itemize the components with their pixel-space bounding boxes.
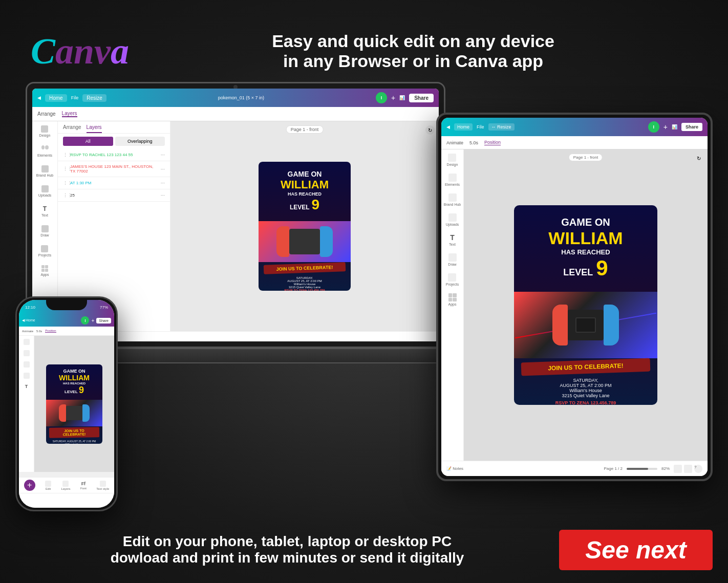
tablet-share-btn[interactable]: Share [681,123,702,131]
phone-layers-btn[interactable]: Layers [61,481,70,490]
sidebar-item-text[interactable]: T Text [41,205,48,217]
all-toggle[interactable]: All [63,137,113,146]
back-btn[interactable]: ◀ [37,95,41,100]
resize-btn[interactable]: Resize [82,94,106,102]
tablet-zoom-level: 82% [661,466,670,471]
phone-design-icon[interactable] [24,339,30,345]
phone-duration: 5.0s [36,330,42,333]
phone-share[interactable]: Share [96,318,111,323]
bottom-section: Edit on your phone, tablet, laptop or de… [0,516,728,583]
tablet-draw-item[interactable]: Draw [448,253,456,266]
overlapping-toggle[interactable]: Overlapping [115,137,165,146]
tablet-sub-toolbar: Animate 5.0s Position [441,136,708,149]
sidebar-item-elements[interactable]: Elements [37,145,52,157]
tablet-zoom-area: Page 1 / 2 82% ? [604,465,703,473]
tablet-editor: ◀ Home File ↔ Resize I + 📊 Share Animate… [441,118,708,476]
phone-game-on: GAME ON [49,369,99,374]
tablet-elements-icon [448,174,457,182]
tablet-text-item[interactable]: T Text [449,233,456,246]
switch-image [259,221,351,262]
share-btn[interactable]: Share [409,94,434,102]
tablet-editor-main: Design Elements Brand Hub [441,149,708,461]
arrange-tab[interactable]: Arrange [37,111,56,117]
phone-notch [46,298,87,310]
home-btn[interactable]: Home [45,94,67,102]
tablet-details: SATURDAY,AUGUST 25, AT 2:00 PMWilliam's … [514,376,657,400]
phone-add-btn[interactable]: + [24,480,35,491]
tablet-home-btn[interactable]: Home [454,123,473,131]
sidebar-item-draw[interactable]: Draw [40,225,49,237]
sidebar-item-design[interactable]: Design [39,125,51,137]
tablet-uploads-icon [448,213,457,222]
phone-switch-img [46,400,102,426]
phone-edit-btn[interactable]: Edit [45,481,51,490]
fullscreen-btn[interactable] [684,465,692,473]
tablet-uploads-item[interactable]: Uploads [446,213,459,226]
tablet-design-item[interactable]: Design [447,154,458,166]
layers-panel-tab[interactable]: Layers [87,124,102,133]
phone-animate[interactable]: Animate [22,330,33,333]
user-avatar: I [376,92,387,103]
sidebar-item-projects[interactable]: Projects [38,245,51,257]
tablet-back-btn[interactable]: ◀ [446,124,450,129]
see-next-button[interactable]: See next [559,530,713,570]
layer-item[interactable]: ⋮⋮ JAMES'S HOUSE 123 MAIN ST., HOUSTON, … [58,161,170,177]
phone-back[interactable]: ◀ Home [22,318,35,322]
tablet-text-icon: T [450,233,455,242]
sidebar-item-brand[interactable]: Brand Hub [36,165,53,177]
chart-btn[interactable]: 📊 [399,95,405,100]
help-btn[interactable]: ? [694,465,702,473]
has-reached-text: HAS REACHED [264,191,346,197]
sidebar-item-uploads[interactable]: Uploads [38,185,52,197]
tablet-projects-item[interactable]: Projects [446,273,459,286]
tablet-refresh-btn[interactable]: ↻ [694,154,703,163]
design-icon [41,125,48,133]
tablet-elements-item[interactable]: Elements [445,174,460,186]
tablet-game-on: GAME ON [522,217,649,228]
plus-btn[interactable]: + [391,94,395,102]
editor-sub-toolbar: Arrange Layers [32,107,439,121]
tablet-rsvp: RSVP TO ZENA 123.456.789 [514,400,657,405]
layer-item[interactable]: ⋮⋮ AT 1:30 PM ··· [58,177,170,189]
level-num: 9 [312,197,320,213]
arrange-panel-tab[interactable]: Arrange [63,124,81,133]
phone-position[interactable]: Position [45,329,56,333]
phone-uploads-icon[interactable] [24,373,30,379]
zoom-slider[interactable] [627,468,657,470]
textstyle-icon [100,481,106,487]
phone-plus[interactable]: + [91,318,94,323]
tablet-chart-btn[interactable]: 📊 [672,124,677,129]
phone-text-icon[interactable]: T [25,384,28,389]
layer-item[interactable]: ⋮⋮ RSVP TO RACHEL 123 123 44 55 ··· [58,149,170,161]
phone-canvas: GAME ON WILLIAM HAS REACHED LEVEL 9 [34,336,114,472]
layers-icon [62,481,69,487]
tablet-apps-item[interactable]: Apps [448,293,457,306]
sidebar-item-apps[interactable]: Apps [41,265,49,276]
phone-brand-icon[interactable] [24,361,30,368]
phone-left-panel: T [19,336,34,472]
phone-font-btn[interactable]: Ff Font [80,481,87,490]
page-label: Page 1 - front [286,125,324,134]
edit-icon [45,481,51,487]
file-label[interactable]: File [71,95,79,100]
tablet-page-count: Page 1 / 2 [604,466,623,471]
tablet-position[interactable]: Position [484,140,501,145]
projects-icon [41,245,48,252]
brand-icon [41,165,49,172]
layers-tab[interactable]: Layers [62,111,77,117]
phone-elements-icon[interactable] [24,350,30,356]
tablet-animate[interactable]: Animate [446,140,463,145]
phone-screen: 12:10 77% ◀ Home I + Share Animate 5.0s … [19,300,114,508]
layers-toggle: All Overlapping [58,134,170,149]
tablet-plus-btn[interactable]: + [663,123,668,131]
phone-battery: 77% [100,305,108,310]
phone-textstyle-btn[interactable]: Text style [96,481,109,490]
tablet-resize-btn[interactable]: ↔ Resize [488,123,515,131]
grid-view-btn[interactable] [674,465,682,473]
refresh-btn[interactable]: ↻ [425,125,435,135]
level-text: LEVEL [290,204,310,211]
tablet-page-label: Page 1 - front [569,154,603,161]
tablet-brand-item[interactable]: Brand Hub [444,193,461,206]
tablet-avatar: I [648,121,659,133]
layer-item[interactable]: ⋮⋮ 25 ··· [58,189,170,202]
